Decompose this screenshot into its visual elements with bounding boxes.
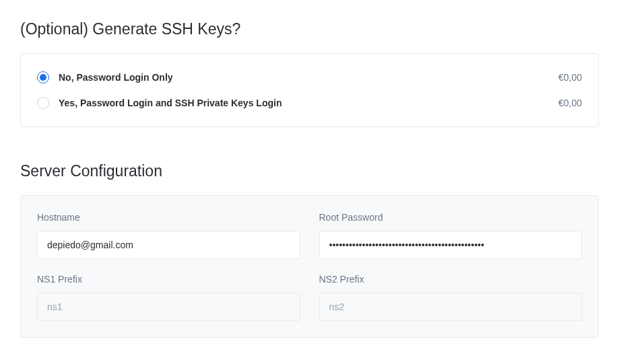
root-password-field-group: Root Password [319, 212, 583, 259]
ns1-field-group: NS1 Prefix [37, 274, 300, 321]
ns2-label: NS2 Prefix [319, 274, 583, 285]
radio-icon [37, 71, 49, 83]
hostname-label: Hostname [37, 212, 300, 223]
ssh-options-card: No, Password Login Only €0,00 Yes, Passw… [20, 53, 599, 127]
ns2-field-group: NS2 Prefix [319, 274, 583, 321]
hostname-input[interactable] [37, 231, 300, 259]
ssh-option-price: €0,00 [558, 98, 582, 108]
ssh-option-yes[interactable]: Yes, Password Login and SSH Private Keys… [37, 93, 582, 113]
hostname-field-group: Hostname [37, 212, 300, 259]
ssh-option-no[interactable]: No, Password Login Only €0,00 [37, 67, 582, 87]
root-password-label: Root Password [319, 212, 583, 223]
ssh-option-price: €0,00 [558, 72, 582, 83]
ssh-section-title: (Optional) Generate SSH Keys? [20, 20, 599, 38]
ns2-input[interactable] [319, 293, 583, 321]
config-section-title: Server Configuration [20, 162, 599, 180]
ns1-input[interactable] [37, 293, 300, 321]
config-card: Hostname Root Password NS1 Prefix NS2 Pr… [20, 195, 599, 338]
ssh-option-label: No, Password Login Only [59, 72, 558, 83]
ssh-option-label: Yes, Password Login and SSH Private Keys… [59, 98, 558, 108]
radio-icon [37, 97, 49, 109]
root-password-input[interactable] [319, 231, 583, 259]
ns1-label: NS1 Prefix [37, 274, 300, 285]
